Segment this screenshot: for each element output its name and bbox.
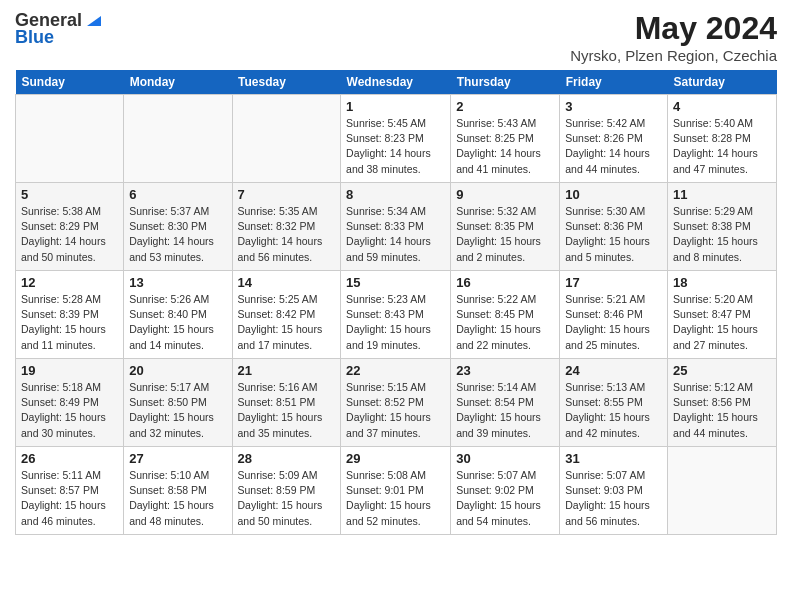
- day-info: Sunrise: 5:15 AM Sunset: 8:52 PM Dayligh…: [346, 380, 445, 441]
- day-header-saturday: Saturday: [668, 70, 777, 95]
- day-info: Sunrise: 5:30 AM Sunset: 8:36 PM Dayligh…: [565, 204, 662, 265]
- calendar-cell: 30Sunrise: 5:07 AM Sunset: 9:02 PM Dayli…: [451, 447, 560, 535]
- day-number: 13: [129, 275, 226, 290]
- calendar-cell: [124, 95, 232, 183]
- day-number: 29: [346, 451, 445, 466]
- day-number: 12: [21, 275, 118, 290]
- day-number: 20: [129, 363, 226, 378]
- day-header-row: SundayMondayTuesdayWednesdayThursdayFrid…: [16, 70, 777, 95]
- day-info: Sunrise: 5:23 AM Sunset: 8:43 PM Dayligh…: [346, 292, 445, 353]
- day-number: 4: [673, 99, 771, 114]
- day-number: 17: [565, 275, 662, 290]
- day-info: Sunrise: 5:11 AM Sunset: 8:57 PM Dayligh…: [21, 468, 118, 529]
- day-number: 5: [21, 187, 118, 202]
- day-number: 2: [456, 99, 554, 114]
- day-info: Sunrise: 5:42 AM Sunset: 8:26 PM Dayligh…: [565, 116, 662, 177]
- calendar-cell: 5Sunrise: 5:38 AM Sunset: 8:29 PM Daylig…: [16, 183, 124, 271]
- calendar-cell: 23Sunrise: 5:14 AM Sunset: 8:54 PM Dayli…: [451, 359, 560, 447]
- day-info: Sunrise: 5:35 AM Sunset: 8:32 PM Dayligh…: [238, 204, 336, 265]
- day-info: Sunrise: 5:10 AM Sunset: 8:58 PM Dayligh…: [129, 468, 226, 529]
- day-info: Sunrise: 5:16 AM Sunset: 8:51 PM Dayligh…: [238, 380, 336, 441]
- calendar-cell: 1Sunrise: 5:45 AM Sunset: 8:23 PM Daylig…: [341, 95, 451, 183]
- page-header: General Blue May 2024 Nyrsko, Plzen Regi…: [15, 10, 777, 64]
- calendar-cell: 29Sunrise: 5:08 AM Sunset: 9:01 PM Dayli…: [341, 447, 451, 535]
- calendar-cell: 27Sunrise: 5:10 AM Sunset: 8:58 PM Dayli…: [124, 447, 232, 535]
- day-number: 18: [673, 275, 771, 290]
- calendar-cell: 28Sunrise: 5:09 AM Sunset: 8:59 PM Dayli…: [232, 447, 341, 535]
- day-info: Sunrise: 5:25 AM Sunset: 8:42 PM Dayligh…: [238, 292, 336, 353]
- calendar-cell: 8Sunrise: 5:34 AM Sunset: 8:33 PM Daylig…: [341, 183, 451, 271]
- day-number: 11: [673, 187, 771, 202]
- calendar-cell: 10Sunrise: 5:30 AM Sunset: 8:36 PM Dayli…: [560, 183, 668, 271]
- day-number: 19: [21, 363, 118, 378]
- week-row-3: 12Sunrise: 5:28 AM Sunset: 8:39 PM Dayli…: [16, 271, 777, 359]
- logo-icon: [83, 8, 101, 26]
- day-info: Sunrise: 5:38 AM Sunset: 8:29 PM Dayligh…: [21, 204, 118, 265]
- day-header-wednesday: Wednesday: [341, 70, 451, 95]
- day-info: Sunrise: 5:07 AM Sunset: 9:02 PM Dayligh…: [456, 468, 554, 529]
- calendar-cell: 20Sunrise: 5:17 AM Sunset: 8:50 PM Dayli…: [124, 359, 232, 447]
- subtitle: Nyrsko, Plzen Region, Czechia: [570, 47, 777, 64]
- day-number: 31: [565, 451, 662, 466]
- day-number: 1: [346, 99, 445, 114]
- week-row-4: 19Sunrise: 5:18 AM Sunset: 8:49 PM Dayli…: [16, 359, 777, 447]
- day-info: Sunrise: 5:34 AM Sunset: 8:33 PM Dayligh…: [346, 204, 445, 265]
- calendar-cell: 4Sunrise: 5:40 AM Sunset: 8:28 PM Daylig…: [668, 95, 777, 183]
- day-info: Sunrise: 5:09 AM Sunset: 8:59 PM Dayligh…: [238, 468, 336, 529]
- day-info: Sunrise: 5:08 AM Sunset: 9:01 PM Dayligh…: [346, 468, 445, 529]
- calendar-table: SundayMondayTuesdayWednesdayThursdayFrid…: [15, 70, 777, 535]
- calendar-cell: 6Sunrise: 5:37 AM Sunset: 8:30 PM Daylig…: [124, 183, 232, 271]
- calendar-cell: 24Sunrise: 5:13 AM Sunset: 8:55 PM Dayli…: [560, 359, 668, 447]
- day-info: Sunrise: 5:37 AM Sunset: 8:30 PM Dayligh…: [129, 204, 226, 265]
- calendar-cell: 14Sunrise: 5:25 AM Sunset: 8:42 PM Dayli…: [232, 271, 341, 359]
- day-info: Sunrise: 5:17 AM Sunset: 8:50 PM Dayligh…: [129, 380, 226, 441]
- day-info: Sunrise: 5:12 AM Sunset: 8:56 PM Dayligh…: [673, 380, 771, 441]
- day-number: 14: [238, 275, 336, 290]
- day-header-friday: Friday: [560, 70, 668, 95]
- calendar-cell: 12Sunrise: 5:28 AM Sunset: 8:39 PM Dayli…: [16, 271, 124, 359]
- main-title: May 2024: [570, 10, 777, 47]
- day-info: Sunrise: 5:32 AM Sunset: 8:35 PM Dayligh…: [456, 204, 554, 265]
- day-info: Sunrise: 5:20 AM Sunset: 8:47 PM Dayligh…: [673, 292, 771, 353]
- calendar-cell: 22Sunrise: 5:15 AM Sunset: 8:52 PM Dayli…: [341, 359, 451, 447]
- day-header-tuesday: Tuesday: [232, 70, 341, 95]
- day-header-thursday: Thursday: [451, 70, 560, 95]
- day-number: 28: [238, 451, 336, 466]
- day-number: 10: [565, 187, 662, 202]
- day-number: 23: [456, 363, 554, 378]
- calendar-cell: 18Sunrise: 5:20 AM Sunset: 8:47 PM Dayli…: [668, 271, 777, 359]
- day-info: Sunrise: 5:07 AM Sunset: 9:03 PM Dayligh…: [565, 468, 662, 529]
- calendar-cell: [16, 95, 124, 183]
- calendar-cell: [232, 95, 341, 183]
- calendar-cell: 2Sunrise: 5:43 AM Sunset: 8:25 PM Daylig…: [451, 95, 560, 183]
- week-row-5: 26Sunrise: 5:11 AM Sunset: 8:57 PM Dayli…: [16, 447, 777, 535]
- logo: General Blue: [15, 10, 101, 48]
- day-header-sunday: Sunday: [16, 70, 124, 95]
- week-row-2: 5Sunrise: 5:38 AM Sunset: 8:29 PM Daylig…: [16, 183, 777, 271]
- day-number: 30: [456, 451, 554, 466]
- day-info: Sunrise: 5:21 AM Sunset: 8:46 PM Dayligh…: [565, 292, 662, 353]
- calendar-cell: 16Sunrise: 5:22 AM Sunset: 8:45 PM Dayli…: [451, 271, 560, 359]
- day-info: Sunrise: 5:43 AM Sunset: 8:25 PM Dayligh…: [456, 116, 554, 177]
- calendar-cell: 25Sunrise: 5:12 AM Sunset: 8:56 PM Dayli…: [668, 359, 777, 447]
- day-number: 25: [673, 363, 771, 378]
- day-info: Sunrise: 5:29 AM Sunset: 8:38 PM Dayligh…: [673, 204, 771, 265]
- calendar-cell: 13Sunrise: 5:26 AM Sunset: 8:40 PM Dayli…: [124, 271, 232, 359]
- logo-blue-text: Blue: [15, 27, 54, 48]
- day-number: 22: [346, 363, 445, 378]
- day-info: Sunrise: 5:45 AM Sunset: 8:23 PM Dayligh…: [346, 116, 445, 177]
- calendar-cell: 9Sunrise: 5:32 AM Sunset: 8:35 PM Daylig…: [451, 183, 560, 271]
- calendar-cell: 7Sunrise: 5:35 AM Sunset: 8:32 PM Daylig…: [232, 183, 341, 271]
- title-area: May 2024 Nyrsko, Plzen Region, Czechia: [570, 10, 777, 64]
- day-info: Sunrise: 5:13 AM Sunset: 8:55 PM Dayligh…: [565, 380, 662, 441]
- day-number: 6: [129, 187, 226, 202]
- day-number: 27: [129, 451, 226, 466]
- week-row-1: 1Sunrise: 5:45 AM Sunset: 8:23 PM Daylig…: [16, 95, 777, 183]
- calendar-cell: 19Sunrise: 5:18 AM Sunset: 8:49 PM Dayli…: [16, 359, 124, 447]
- day-number: 16: [456, 275, 554, 290]
- day-number: 15: [346, 275, 445, 290]
- day-info: Sunrise: 5:18 AM Sunset: 8:49 PM Dayligh…: [21, 380, 118, 441]
- day-info: Sunrise: 5:22 AM Sunset: 8:45 PM Dayligh…: [456, 292, 554, 353]
- day-info: Sunrise: 5:40 AM Sunset: 8:28 PM Dayligh…: [673, 116, 771, 177]
- calendar-cell: 31Sunrise: 5:07 AM Sunset: 9:03 PM Dayli…: [560, 447, 668, 535]
